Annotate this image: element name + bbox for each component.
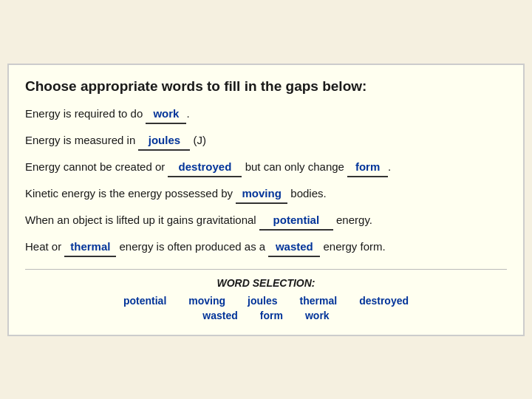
- sentence-3-middle: but can only change: [242, 160, 347, 173]
- sentence-6-after: energy form.: [320, 240, 385, 253]
- blank-joules[interactable]: joules: [138, 132, 190, 151]
- main-container: Choose appropriate words to fill in the …: [7, 64, 525, 336]
- blank-potential[interactable]: potential: [259, 211, 333, 231]
- sentence-1-before: Energy is required to do: [25, 107, 146, 120]
- word-destroyed[interactable]: destroyed: [359, 295, 409, 307]
- word-joules[interactable]: joules: [248, 295, 277, 307]
- sentence-2-after: (J): [190, 134, 206, 146]
- blank-destroyed[interactable]: destroyed: [168, 158, 242, 177]
- sentence-6-middle: energy is often produced as a: [116, 240, 268, 253]
- sentence-1-after: .: [186, 107, 189, 120]
- sentence-4-before: Kinetic energy is the energy possessed b…: [25, 187, 236, 200]
- sentence-3: Energy cannot be created or destroyed bu…: [25, 158, 507, 177]
- sentence-2-before: Energy is measured in: [25, 134, 138, 146]
- sentence-5: When an object is lifted up it gains gra…: [25, 211, 507, 231]
- blank-work[interactable]: work: [146, 105, 186, 124]
- word-row-2: wasted form work: [25, 310, 507, 321]
- sentence-4: Kinetic energy is the energy possessed b…: [25, 185, 507, 204]
- sentence-2: Energy is measured in joules (J): [25, 132, 507, 151]
- sentence-3-after2: .: [388, 160, 391, 173]
- blank-wasted[interactable]: wasted: [268, 238, 320, 257]
- word-work[interactable]: work: [305, 310, 330, 321]
- word-selection-area: WORD SELECTION: potential moving joules …: [25, 269, 507, 321]
- page-title: Choose appropriate words to fill in the …: [25, 78, 507, 95]
- word-wasted[interactable]: wasted: [202, 310, 237, 321]
- sentence-5-before: When an object is lifted up it gains gra…: [25, 214, 259, 226]
- blank-moving[interactable]: moving: [236, 185, 287, 204]
- word-moving[interactable]: moving: [188, 295, 225, 307]
- sentence-1: Energy is required to do work.: [25, 105, 507, 124]
- word-selection-title: WORD SELECTION:: [25, 277, 507, 289]
- sentence-3-before: Energy cannot be created or: [25, 160, 168, 173]
- sentence-4-after: bodies.: [287, 187, 327, 200]
- word-row-1: potential moving joules thermal destroye…: [25, 295, 507, 307]
- sentence-6: Heat or thermal energy is often produced…: [25, 238, 507, 257]
- word-form[interactable]: form: [260, 310, 283, 321]
- sentence-5-after: energy.: [333, 214, 372, 226]
- word-thermal[interactable]: thermal: [300, 295, 338, 307]
- sentence-6-before: Heat or: [25, 240, 64, 253]
- blank-form[interactable]: form: [347, 158, 388, 177]
- blank-thermal[interactable]: thermal: [64, 238, 116, 257]
- word-potential[interactable]: potential: [123, 295, 166, 307]
